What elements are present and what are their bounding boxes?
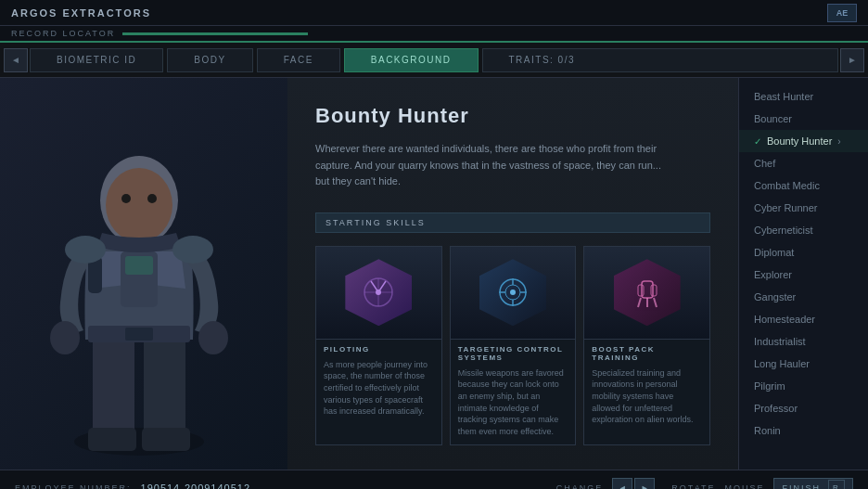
- background-list: Beast HunterBouncer✓Bounty Hunter ›ChefC…: [738, 78, 868, 470]
- svg-rect-8: [125, 328, 153, 341]
- svg-point-17: [65, 236, 106, 264]
- sidebar-item-label: Homesteader: [754, 314, 815, 325]
- sidebar-item-long-hauler[interactable]: Long Hauler: [739, 353, 868, 375]
- sidebar-item-combat-medic[interactable]: Combat Medic: [739, 174, 868, 197]
- employee-label: EMPLOYEE NUMBER:: [15, 483, 132, 490]
- change-left-button[interactable]: ◄: [612, 478, 632, 490]
- sidebar-item-label: Long Hauler: [754, 358, 810, 369]
- sidebar-item-pilgrim[interactable]: Pilgrim: [739, 375, 868, 397]
- boost-hex: [614, 259, 681, 326]
- svg-rect-32: [651, 285, 657, 296]
- sidebar-item-label: Beast Hunter: [754, 91, 813, 102]
- sidebar-item-cyberneticist[interactable]: Cyberneticist: [739, 219, 868, 241]
- sidebar-item-professor[interactable]: Professor: [739, 397, 868, 419]
- main-content: Bounty Hunter Wherever there are wanted …: [0, 78, 868, 470]
- skill-name-boost: BOOST PACK TRAINING: [584, 340, 709, 366]
- targeting-hex: [479, 259, 546, 326]
- svg-point-22: [376, 290, 381, 295]
- boost-icon-svg: [629, 274, 666, 311]
- sidebar-item-label: Explorer: [754, 269, 792, 280]
- tab-background[interactable]: BACKGROUND: [344, 48, 479, 72]
- skill-name-targeting: TARGETING CONTROL SYSTEMS: [451, 340, 576, 366]
- skills-header: STARTING SKILLS: [315, 212, 710, 233]
- sidebar-item-cyber-runner[interactable]: Cyber Runner: [739, 197, 868, 219]
- nav-tabs: ◄ BIOMETRIC ID BODY FACE BACKGROUND TRAI…: [0, 43, 868, 78]
- tab-face[interactable]: FACE: [257, 48, 340, 72]
- character-panel: [0, 78, 287, 470]
- sidebar-item-label: Gangster: [754, 291, 796, 302]
- skill-icon-boost: [584, 247, 709, 340]
- sidebar-item-label: Professor: [754, 403, 798, 414]
- footer: EMPLOYEE NUMBER: 190514-2009140512 CHANG…: [0, 470, 868, 489]
- sidebar-item-label: Cyber Runner: [754, 202, 817, 213]
- subheader: RECORD LOCATOR: [0, 26, 868, 43]
- rotate-label: ROTATE: [671, 483, 715, 490]
- skill-icon-targeting: [451, 247, 576, 340]
- change-buttons: ◄ ►: [612, 478, 655, 490]
- sidebar-item-chef[interactable]: Chef: [739, 152, 868, 174]
- sidebar-item-industrialist[interactable]: Industrialist: [739, 330, 868, 353]
- sidebar-item-label: Pilgrim: [754, 380, 785, 392]
- skill-name-piloting: PILOTING: [316, 340, 441, 357]
- skill-card-piloting: PILOTING As more people journey into spa…: [315, 246, 442, 446]
- svg-rect-31: [638, 285, 644, 296]
- sidebar-item-homesteader[interactable]: Homesteader: [739, 308, 868, 330]
- skill-desc-piloting: As more people journey into space, the n…: [316, 357, 441, 425]
- sidebar-item-bounty-hunter[interactable]: ✓Bounty Hunter ›: [739, 130, 868, 152]
- sidebar-item-label: Bounty Hunter: [767, 135, 832, 147]
- tab-biometric[interactable]: BIOMETRIC ID: [30, 48, 163, 72]
- background-title: Bounty Hunter: [315, 104, 710, 128]
- employee-number: 190514-2009140512: [141, 483, 251, 490]
- arrow-icon: ›: [837, 136, 840, 147]
- description-content: Bounty Hunter Wherever there are wanted …: [315, 104, 710, 445]
- skill-card-targeting: TARGETING CONTROL SYSTEMS Missile weapon…: [450, 246, 577, 446]
- svg-rect-3: [88, 428, 136, 451]
- svg-point-15: [147, 194, 157, 203]
- piloting-icon-svg: [360, 274, 397, 311]
- sidebar-item-ronin[interactable]: Ronin: [739, 419, 868, 442]
- svg-point-13: [106, 168, 172, 242]
- sidebar-item-gangster[interactable]: Gangster: [739, 286, 868, 308]
- finish-button[interactable]: FINISH R: [773, 478, 853, 490]
- sidebar-item-label: Combat Medic: [754, 180, 820, 191]
- nav-right-arrow[interactable]: ►: [840, 48, 864, 72]
- app-logo: AE: [827, 4, 857, 22]
- change-label: CHANGE: [556, 483, 604, 490]
- svg-rect-4: [142, 428, 190, 451]
- check-icon: ✓: [754, 136, 761, 147]
- sidebar-item-beast-hunter[interactable]: Beast Hunter: [739, 85, 868, 108]
- employee-section: EMPLOYEE NUMBER: 190514-2009140512: [15, 483, 250, 490]
- app-title: ARGOS EXTRACTORS: [11, 7, 151, 19]
- sidebar-item-label: Industrialist: [754, 336, 806, 347]
- change-right-button[interactable]: ►: [634, 478, 655, 490]
- svg-point-25: [510, 290, 516, 295]
- description-panel: Bounty Hunter Wherever there are wanted …: [287, 78, 738, 470]
- skill-desc-targeting: Missile weapons are favored because they…: [451, 366, 576, 445]
- svg-point-18: [172, 236, 213, 264]
- mouse-label: MOUSE: [724, 483, 764, 490]
- sidebar-item-label: Ronin: [754, 425, 781, 436]
- finish-label: FINISH: [782, 483, 821, 490]
- sidebar-item-explorer[interactable]: Explorer: [739, 264, 868, 286]
- character-svg: [9, 98, 269, 470]
- background-description: Wherever there are wanted individuals, t…: [315, 141, 668, 190]
- subheader-bar: [122, 32, 308, 35]
- skill-icon-piloting: [316, 247, 441, 340]
- svg-rect-6: [125, 256, 153, 275]
- targeting-icon-svg: [494, 274, 531, 311]
- svg-point-10: [198, 321, 228, 354]
- sidebar-item-bouncer[interactable]: Bouncer: [739, 108, 868, 130]
- tab-traits[interactable]: TRAITS: 0/3: [482, 48, 839, 72]
- character-image: [0, 89, 287, 470]
- sidebar-item-label: Chef: [754, 158, 775, 169]
- finish-key: R: [828, 480, 845, 490]
- tab-body[interactable]: BODY: [167, 48, 252, 72]
- nav-left-arrow[interactable]: ◄: [4, 48, 28, 72]
- sidebar-item-label: Bouncer: [754, 113, 792, 124]
- skill-desc-boost: Specialized training and innovations in …: [584, 366, 709, 433]
- sidebar-item-diplomat[interactable]: Diplomat: [739, 241, 868, 264]
- skill-card-boost: BOOST PACK TRAINING Specialized training…: [583, 246, 710, 446]
- header: ARGOS EXTRACTORS AE: [0, 0, 868, 26]
- svg-point-14: [121, 194, 131, 203]
- sidebar-item-label: Cyberneticist: [754, 225, 813, 236]
